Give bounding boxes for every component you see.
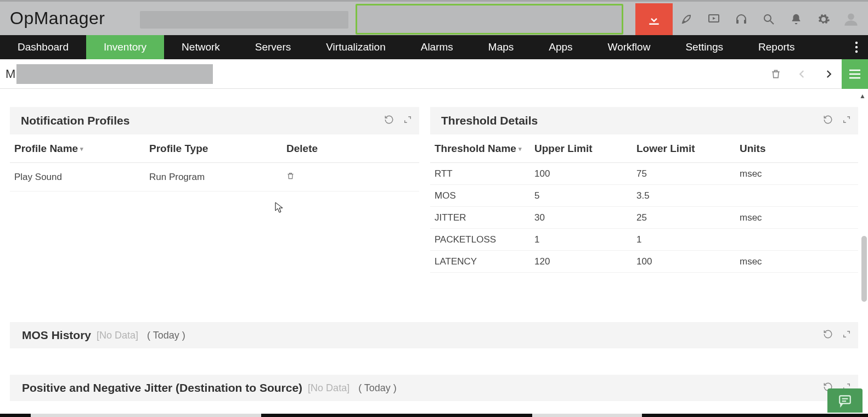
sub-header-actions bbox=[763, 59, 868, 89]
panel-title: Positive and Negative Jitter (Destinatio… bbox=[22, 381, 302, 395]
topbar: OpManager bbox=[0, 0, 868, 35]
cell-lower: 25 bbox=[636, 212, 740, 223]
trash-icon bbox=[286, 171, 295, 181]
svg-marker-1 bbox=[713, 17, 715, 20]
table-header: Threshold Name▾ Upper Limit Lower Limit … bbox=[430, 134, 858, 163]
cell-lower: 3.5 bbox=[636, 190, 740, 201]
col-lower-limit[interactable]: Lower Limit bbox=[636, 143, 740, 155]
rocket-button[interactable] bbox=[673, 2, 700, 37]
nav-workflow[interactable]: Workflow bbox=[590, 35, 668, 59]
panel-title: MOS History bbox=[22, 329, 91, 342]
bottom-strip bbox=[0, 414, 868, 417]
panel-actions bbox=[823, 107, 850, 134]
nav-alarms[interactable]: Alarms bbox=[403, 35, 471, 59]
col-threshold-name[interactable]: Threshold Name▾ bbox=[430, 143, 534, 155]
headset-icon bbox=[735, 13, 748, 26]
nav-servers[interactable]: Servers bbox=[238, 35, 308, 59]
col-upper-limit[interactable]: Upper Limit bbox=[534, 143, 636, 155]
content-area: Notification Profiles Profile Name▾ Prof… bbox=[0, 91, 868, 417]
col-profile-type[interactable]: Profile Type bbox=[149, 143, 286, 155]
sort-indicator-icon: ▾ bbox=[80, 145, 83, 152]
top-placeholder-2 bbox=[356, 4, 623, 35]
nav-maps[interactable]: Maps bbox=[471, 35, 531, 59]
no-data-label: [No Data] bbox=[97, 330, 138, 341]
nav-settings[interactable]: Settings bbox=[668, 35, 741, 59]
avatar-icon bbox=[843, 12, 859, 27]
settings-button[interactable] bbox=[810, 2, 837, 37]
download-icon bbox=[646, 11, 662, 27]
chevron-left-icon bbox=[797, 67, 807, 81]
expand-button[interactable] bbox=[404, 116, 412, 126]
table-row[interactable]: JITTER 30 25 msec bbox=[430, 207, 858, 229]
nav-virtualization[interactable]: Virtualization bbox=[308, 35, 403, 59]
search-button[interactable] bbox=[755, 2, 782, 37]
chat-fab[interactable] bbox=[827, 388, 863, 413]
panel-notification-profiles: Notification Profiles Profile Name▾ Prof… bbox=[10, 107, 419, 273]
table-row[interactable]: RTT 100 75 msec bbox=[430, 163, 858, 185]
bell-button[interactable] bbox=[782, 2, 810, 37]
svg-rect-2 bbox=[736, 20, 739, 24]
prev-device-button[interactable] bbox=[789, 59, 815, 89]
expand-icon bbox=[843, 330, 850, 338]
refresh-icon bbox=[823, 329, 833, 339]
nav-reports[interactable]: Reports bbox=[741, 35, 813, 59]
nav-inventory[interactable]: Inventory bbox=[86, 35, 164, 59]
cell-profile-type: Run Program bbox=[149, 172, 286, 183]
expand-button[interactable] bbox=[843, 330, 850, 340]
next-device-button[interactable] bbox=[815, 59, 842, 89]
headset-button[interactable] bbox=[728, 2, 755, 37]
bell-icon bbox=[790, 13, 802, 26]
cell-upper: 5 bbox=[534, 190, 636, 201]
table-row[interactable]: LATENCY 120 100 msec bbox=[430, 251, 858, 273]
presentation-button[interactable] bbox=[700, 2, 728, 37]
chevron-right-icon bbox=[824, 67, 833, 81]
panel-title: Threshold Details bbox=[441, 114, 538, 127]
hamburger-icon bbox=[848, 69, 861, 79]
topbar-right bbox=[635, 2, 865, 37]
brand-logo: OpManager bbox=[10, 8, 105, 29]
svg-rect-13 bbox=[839, 396, 850, 403]
panel-actions bbox=[384, 107, 412, 134]
cell-units: msec bbox=[740, 168, 858, 179]
search-icon bbox=[762, 13, 775, 26]
refresh-button[interactable] bbox=[384, 115, 394, 127]
user-avatar[interactable] bbox=[837, 2, 865, 37]
download-button[interactable] bbox=[635, 3, 673, 35]
refresh-button[interactable] bbox=[823, 115, 833, 127]
refresh-icon bbox=[823, 115, 833, 125]
col-units[interactable]: Units bbox=[740, 143, 858, 155]
cell-delete bbox=[286, 171, 419, 183]
table-row[interactable]: PACKETLOSS 1 1 bbox=[430, 229, 858, 251]
period-label: ( Today ) bbox=[147, 330, 185, 341]
panel-header: Notification Profiles bbox=[10, 107, 419, 134]
nav-dashboard[interactable]: Dashboard bbox=[0, 35, 86, 59]
cell-lower: 1 bbox=[636, 234, 740, 245]
col-profile-name[interactable]: Profile Name▾ bbox=[10, 143, 149, 155]
panel-actions bbox=[823, 322, 850, 348]
expand-button[interactable] bbox=[843, 116, 850, 126]
chat-icon bbox=[837, 393, 853, 408]
svg-point-8 bbox=[855, 46, 858, 48]
row-delete-button[interactable] bbox=[286, 172, 295, 183]
svg-point-6 bbox=[848, 14, 854, 20]
period-label: ( Today ) bbox=[358, 382, 397, 394]
cell-units: msec bbox=[740, 212, 858, 223]
table-row[interactable]: Play Sound Run Program bbox=[10, 163, 419, 191]
cell-name: MOS bbox=[430, 190, 534, 201]
delete-device-button[interactable] bbox=[763, 59, 789, 89]
breadcrumb-mask bbox=[16, 64, 213, 84]
panel-title: Notification Profiles bbox=[21, 114, 129, 127]
nav-network[interactable]: Network bbox=[164, 35, 238, 59]
presentation-icon bbox=[707, 13, 721, 26]
cell-upper: 1 bbox=[534, 234, 636, 245]
no-data-label: [No Data] bbox=[308, 382, 350, 394]
svg-point-7 bbox=[855, 42, 858, 44]
cell-units: msec bbox=[740, 256, 858, 267]
nav-more-button[interactable] bbox=[848, 35, 865, 59]
table-row[interactable]: MOS 5 3.5 bbox=[430, 185, 858, 207]
device-menu-button[interactable] bbox=[842, 59, 868, 89]
nav-apps[interactable]: Apps bbox=[531, 35, 590, 59]
cell-upper: 100 bbox=[534, 168, 636, 179]
col-delete: Delete bbox=[286, 143, 419, 155]
refresh-button[interactable] bbox=[823, 329, 833, 341]
